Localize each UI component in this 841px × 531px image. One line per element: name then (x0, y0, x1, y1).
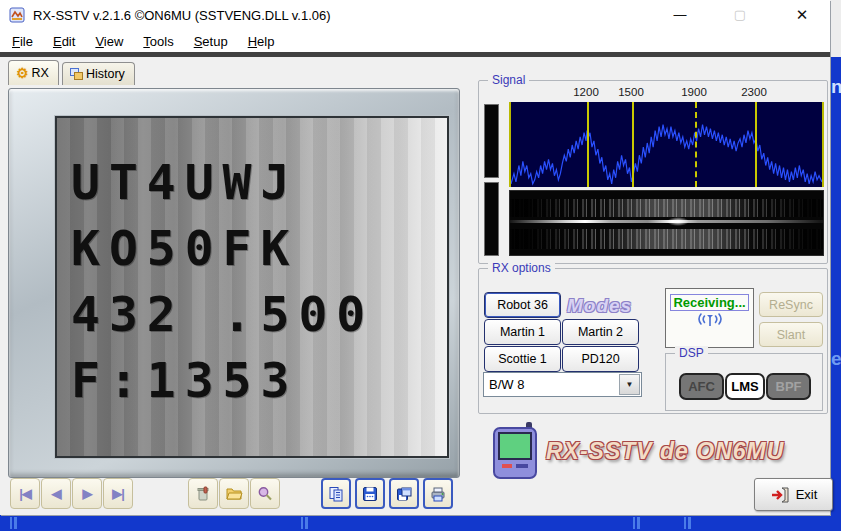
background-mark (684, 517, 691, 529)
background-mark (10, 517, 17, 529)
floppy-save-icon (362, 486, 378, 502)
mode-select-dropdown[interactable]: B/W 8 ▼ (483, 372, 642, 397)
resync-button[interactable]: ReSync (759, 292, 823, 317)
mode-martin2-button[interactable]: Martin 2 (562, 319, 639, 345)
tab-history-label: History (86, 67, 125, 81)
receiving-status: Receiving... (670, 294, 748, 311)
mode-martin1-button[interactable]: Martin 1 (484, 319, 561, 345)
tab-rx[interactable]: ⚙ RX (8, 60, 59, 85)
freq-tick-2300: 2300 (741, 86, 767, 98)
tab-rx-label: RX (32, 66, 49, 80)
background-mark (301, 517, 308, 529)
modes-logo: Modes (567, 295, 632, 317)
signal-group-label: Signal (488, 73, 529, 87)
app-brand-logo: RX-SSTV de ON6MU (488, 422, 758, 482)
app-window: RX-SSTV v.2.1.6 ©ON6MU (SSTVENG.DLL v.1.… (0, 0, 830, 515)
rx-options-group: RX options Robot 36 Modes Martin 1 Marti… (478, 268, 828, 414)
sstv-image-display: UT4UWJ KO50FK 432 .500 F:1353 (55, 116, 449, 458)
window-title: RX-SSTV v.2.1.6 ©ON6MU (SSTVENG.DLL v.1.… (33, 8, 331, 23)
mode-scottie1-button[interactable]: Scottie 1 (484, 346, 561, 372)
copy-image-button[interactable] (321, 478, 351, 509)
dsp-afc-toggle[interactable]: AFC (679, 373, 724, 400)
exit-button-label: Exit (796, 487, 818, 502)
background-window-corner (829, 0, 841, 57)
menu-separator (0, 52, 830, 57)
title-bar[interactable]: RX-SSTV v.2.1.6 ©ON6MU (SSTVENG.DLL v.1.… (0, 0, 830, 30)
freq-tick-1900: 1900 (681, 86, 707, 98)
gridline-1200 (587, 102, 589, 187)
mode-select-value: B/W 8 (484, 377, 619, 392)
first-icon: |◀ (19, 486, 31, 501)
freq-tick-1200: 1200 (573, 86, 599, 98)
receive-status-panel: Receiving... (665, 288, 754, 348)
prev-icon: ◀ (52, 486, 61, 501)
trash-icon (195, 486, 211, 502)
signal-level-meter (484, 104, 501, 257)
print-image-button[interactable] (423, 478, 453, 509)
dropdown-arrow-icon[interactable]: ▼ (619, 374, 640, 395)
magnifier-icon (257, 486, 273, 502)
nav-next-button[interactable]: ▶ (72, 478, 102, 509)
menu-file[interactable]: File (2, 32, 43, 51)
sstv-f-number-text: F:1353 (71, 352, 298, 408)
dsp-group-label: DSP (675, 346, 708, 360)
menu-tools[interactable]: Tools (133, 32, 183, 51)
save-as-button[interactable] (389, 478, 419, 509)
dsp-group: DSP AFC LMS BPF (665, 353, 823, 411)
sstv-received-image: UT4UWJ KO50FK 432 .500 F:1353 (57, 118, 447, 456)
exit-button[interactable]: Exit (754, 478, 833, 511)
app-icon (9, 7, 25, 23)
open-folder-button[interactable] (219, 478, 249, 509)
menu-setup[interactable]: Setup (184, 32, 238, 51)
sstv-locator-text: KO50FK (71, 220, 298, 276)
brand-logo-text: RX-SSTV de ON6MU (546, 438, 784, 465)
menu-bar: File Edit View Tools Setup Help (0, 30, 830, 52)
spectrum-display[interactable] (509, 102, 824, 187)
handheld-device-icon (488, 422, 542, 480)
dsp-bpf-toggle[interactable]: BPF (766, 373, 811, 400)
background-text-fragment: e (831, 348, 841, 370)
zoom-image-button[interactable] (250, 478, 280, 509)
waterfall-display (509, 190, 824, 256)
history-icon (70, 68, 83, 80)
tab-bar: ⚙ RX History (8, 60, 138, 85)
background-mark (633, 517, 640, 529)
next-icon: ▶ (83, 486, 92, 501)
gridline-1900-dashed (695, 102, 697, 187)
slant-button[interactable]: Slant (759, 322, 823, 347)
spectrum-waveform (511, 102, 822, 187)
nav-prev-button[interactable]: ◀ (41, 478, 71, 509)
minimize-button[interactable]: — (662, 0, 698, 30)
nav-last-button[interactable]: ▶| (103, 478, 133, 509)
menu-help[interactable]: Help (238, 32, 285, 51)
mode-pd120-button[interactable]: PD120 (562, 346, 639, 372)
mode-robot36-button[interactable]: Robot 36 (484, 292, 561, 318)
folder-open-icon (226, 486, 243, 501)
rx-options-label: RX options (488, 261, 555, 275)
antenna-icon (695, 311, 725, 329)
freq-tick-1500: 1500 (618, 86, 644, 98)
gridline-1500 (632, 102, 634, 187)
desktop: n e RX-SSTV v.2.1.6 ©ON6MU (SSTVENG.DLL … (0, 0, 841, 531)
nav-first-button[interactable]: |◀ (10, 478, 40, 509)
save-image-button[interactable] (355, 478, 385, 509)
tab-history[interactable]: History (62, 62, 135, 85)
menu-edit[interactable]: Edit (43, 32, 85, 51)
sstv-frequency-text: 432 .500 (71, 286, 374, 342)
sstv-callsign-text: UT4UWJ (71, 154, 298, 210)
copy-icon (328, 486, 344, 502)
sstv-monitor-bezel: UT4UWJ KO50FK 432 .500 F:1353 (8, 88, 460, 478)
dsp-lms-toggle[interactable]: LMS (725, 373, 765, 400)
floppy-window-icon (396, 486, 412, 502)
last-icon: ▶| (112, 486, 124, 501)
gridline-2300 (755, 102, 757, 187)
printer-icon (430, 486, 446, 502)
delete-image-button[interactable] (188, 478, 218, 509)
menu-view[interactable]: View (85, 32, 133, 51)
exit-door-icon (770, 487, 790, 503)
signal-group: Signal 1200 1500 1900 2300 (478, 80, 828, 264)
background-text-fragment: n (831, 76, 841, 98)
close-button[interactable]: ✕ (784, 0, 820, 30)
maximize-button[interactable]: ▢ (722, 0, 758, 30)
gear-icon: ⚙ (16, 67, 29, 79)
